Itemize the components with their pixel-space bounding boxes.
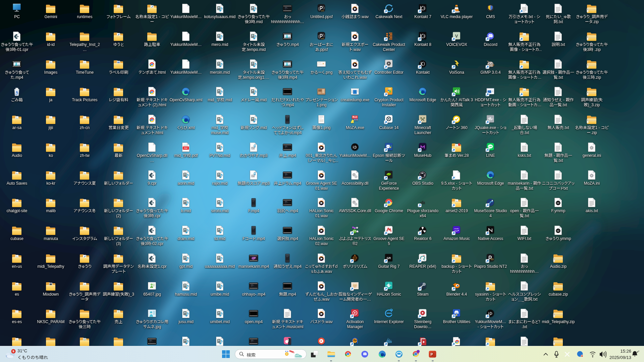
svg-text:MoZA: MoZA bbox=[354, 119, 358, 121]
svg-text:NT2: NT2 bbox=[321, 10, 324, 12]
svg-text:z: z bbox=[638, 350, 639, 352]
svg-text:ゆ: ゆ bbox=[353, 145, 357, 149]
svg-text:GR: GR bbox=[387, 256, 391, 260]
svg-text:NT2: NT2 bbox=[321, 38, 324, 40]
svg-text:LINE: LINE bbox=[489, 146, 492, 147]
svg-text:V: V bbox=[455, 34, 458, 39]
svg-text:9: 9 bbox=[12, 349, 14, 353]
svg-text:P: P bbox=[430, 352, 433, 356]
svg-text:MP3: MP3 bbox=[252, 175, 255, 177]
svg-text:music: music bbox=[454, 228, 459, 230]
svg-text:PDF: PDF bbox=[184, 147, 188, 149]
svg-text:CPI: CPI bbox=[388, 88, 391, 90]
svg-text:ゆ: ゆ bbox=[557, 229, 559, 232]
svg-text:NT2: NT2 bbox=[491, 258, 493, 260]
svg-text:ゆ: ゆ bbox=[557, 201, 559, 204]
svg-text:MP3: MP3 bbox=[252, 147, 255, 149]
